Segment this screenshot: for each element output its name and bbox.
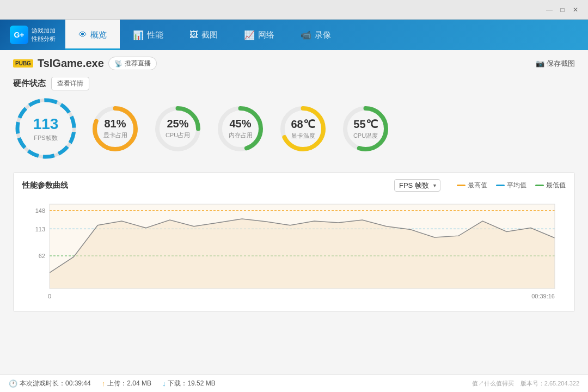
status-upload: ↑ 上传：2.04 MB <box>102 379 151 388</box>
logo-text: 游戏加加 性能分析 <box>32 27 56 44</box>
clock-icon: 🕐 <box>9 379 17 388</box>
legend-min: 最低值 <box>535 181 566 190</box>
gauge-label-mem-usage: 内存占用 <box>229 131 253 139</box>
legend-dot-max <box>457 185 465 186</box>
performance-label: 性能 <box>147 30 163 40</box>
play-time: 本次游戏时长：00:39:44 <box>20 379 91 388</box>
x-label-start: 0 <box>48 293 51 299</box>
gauge-number-fps: 113 <box>33 115 59 133</box>
gauge-gpu-temp: 68℃ 显卡温度 <box>277 103 329 155</box>
status-download: ↓ 下载：19.52 MB <box>162 379 216 388</box>
save-screenshot-button[interactable]: 📷 保存截图 <box>536 59 575 69</box>
gauge-gpu-usage: 81% 显卡占用 <box>89 103 141 155</box>
chart-section: 性能参数曲线 FPS 帧数 GPU占用 CPU占用 最高值 <box>13 172 575 312</box>
gauge-label-cpu-usage: CPU占用 <box>166 131 190 139</box>
gauge-cpu-temp: 55℃ CPU温度 <box>340 103 391 155</box>
nav-tab-performance[interactable]: 📊性能 <box>120 20 176 50</box>
app-name: TslGame.exe <box>38 57 104 70</box>
chart-legend: 最高值 平均值 最低值 <box>457 181 566 190</box>
overview-icon: 👁 <box>78 30 87 40</box>
gauge-mem-usage: 45% 内存占用 <box>215 103 266 155</box>
maximize-button[interactable]: □ <box>556 4 568 16</box>
gauge-label-gpu-temp: 显卡温度 <box>291 132 315 140</box>
gauge-fps: 113 FPS帧数 <box>13 96 78 161</box>
nav-header: G+ 游戏加加 性能分析 👁概览📊性能🖼截图📈网络📹录像 <box>0 20 588 50</box>
gauge-circle-gpu-temp: 68℃ 显卡温度 <box>277 103 329 155</box>
record-label: 录像 <box>315 30 331 40</box>
gauge-value-gpu-usage: 81% 显卡占用 <box>103 118 127 139</box>
record-icon: 📹 <box>301 30 311 40</box>
nav-tab-network[interactable]: 📈网络 <box>231 20 287 50</box>
chart-controls: FPS 帧数 GPU占用 CPU占用 <box>394 179 440 192</box>
legend-dot-avg <box>496 185 505 186</box>
recommend-icon: 📡 <box>114 60 122 68</box>
x-label-end: 00:39:16 <box>531 293 555 299</box>
chart-header: 性能参数曲线 FPS 帧数 GPU占用 CPU占用 最高值 <box>22 179 566 192</box>
camera-icon: 📷 <box>536 59 544 68</box>
download-icon: ↓ <box>162 379 166 388</box>
y-label-max: 148 <box>35 207 45 214</box>
network-icon: 📈 <box>244 30 255 40</box>
chart-metric-select[interactable]: FPS 帧数 GPU占用 CPU占用 <box>394 179 440 192</box>
download-value: 下载：19.52 MB <box>168 379 215 388</box>
gauge-number-cpu-usage: 25% <box>166 118 190 130</box>
gauge-value-gpu-temp: 68℃ 显卡温度 <box>291 118 315 140</box>
gauge-cpu-usage: 25% CPU占用 <box>152 103 204 155</box>
main-content: PUBG TslGame.exe 📡 推荐直播 📷 保存截图 硬件状态 查看详情… <box>0 50 588 375</box>
gauge-number-mem-usage: 45% <box>229 118 253 130</box>
detail-button[interactable]: 查看详情 <box>51 77 89 90</box>
chart-area: 148 113 62 0 00:39:16 <box>22 196 566 305</box>
minimize-button[interactable]: — <box>543 4 555 16</box>
pubg-badge: PUBG <box>13 59 33 68</box>
nav-tab-screenshot[interactable]: 🖼截图 <box>176 20 231 50</box>
gauge-label-gpu-usage: 显卡占用 <box>103 131 127 139</box>
gauge-circle-cpu-temp: 55℃ CPU温度 <box>340 103 391 155</box>
network-label: 网络 <box>258 30 274 40</box>
logo-icon: G+ <box>10 26 28 44</box>
gauge-value-mem-usage: 45% 内存占用 <box>229 118 253 139</box>
gauge-circle-mem-usage: 45% 内存占用 <box>215 103 266 155</box>
title-bar: — □ ✕ <box>0 0 588 20</box>
gauge-circle-cpu-usage: 25% CPU占用 <box>152 103 204 155</box>
y-label-min: 62 <box>39 253 45 259</box>
legend-label-min: 最低值 <box>546 181 566 190</box>
legend-avg: 平均值 <box>496 181 526 190</box>
legend-dot-min <box>535 185 544 186</box>
close-button[interactable]: ✕ <box>569 4 581 16</box>
gauge-number-cpu-temp: 55℃ <box>353 118 378 131</box>
status-bar: 🕐 本次游戏时长：00:39:44 ↑ 上传：2.04 MB ↓ 下载：19.5… <box>0 375 588 392</box>
legend-label-max: 最高值 <box>468 181 487 190</box>
gauge-value-fps: 113 FPS帧数 <box>33 115 59 142</box>
gauge-value-cpu-temp: 55℃ CPU温度 <box>353 118 378 140</box>
hardware-section-title: 硬件状态 查看详情 <box>13 77 575 90</box>
upload-value: 上传：2.04 MB <box>107 379 151 388</box>
app-title: PUBG TslGame.exe 📡 推荐直播 <box>13 57 157 70</box>
chart-title: 性能参数曲线 <box>22 181 68 191</box>
upload-icon: ↑ <box>102 379 106 388</box>
fps-select-wrapper: FPS 帧数 GPU占用 CPU占用 <box>394 179 440 192</box>
overview-label: 概览 <box>90 30 107 40</box>
gauge-circle-fps: 113 FPS帧数 <box>13 96 78 161</box>
app-logo: G+ 游戏加加 性能分析 <box>0 20 65 50</box>
gauge-number-gpu-usage: 81% <box>103 118 127 130</box>
screenshot-icon: 🖼 <box>189 30 198 40</box>
gauge-number-gpu-temp: 68℃ <box>291 118 315 131</box>
legend-max: 最高值 <box>457 181 487 190</box>
recommend-button[interactable]: 📡 推荐直播 <box>108 57 157 70</box>
nav-tabs: 👁概览📊性能🖼截图📈网络📹录像 <box>65 20 588 50</box>
nav-tab-overview[interactable]: 👁概览 <box>65 20 120 50</box>
legend-label-avg: 平均值 <box>507 181 526 190</box>
y-label-avg: 113 <box>35 226 45 232</box>
performance-chart-svg: 148 113 62 0 00:39:16 <box>22 196 566 305</box>
chart-area-fill <box>50 219 555 289</box>
screenshot-label: 截图 <box>201 30 218 40</box>
app-bar: PUBG TslGame.exe 📡 推荐直播 📷 保存截图 <box>13 57 575 70</box>
performance-icon: 📊 <box>133 30 144 40</box>
gauge-circle-gpu-usage: 81% 显卡占用 <box>89 103 141 155</box>
gauge-label-cpu-temp: CPU温度 <box>353 132 378 140</box>
watermark: 值↗什么值得买 版本号：2.65.204.322 <box>472 379 579 388</box>
gauge-value-cpu-usage: 25% CPU占用 <box>166 118 190 139</box>
nav-tab-record[interactable]: 📹录像 <box>287 20 344 50</box>
gauge-label-fps: FPS帧数 <box>33 134 59 142</box>
gauges-row: 113 FPS帧数 81% 显卡占用 <box>13 96 575 161</box>
